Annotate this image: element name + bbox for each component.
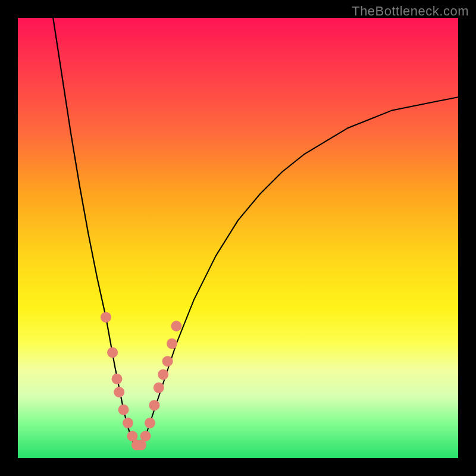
right-curve	[137, 97, 458, 449]
marker-dot	[123, 418, 133, 428]
marker-dot	[167, 339, 177, 349]
marker-dot	[171, 321, 181, 331]
marker-dot	[107, 347, 118, 358]
marker-dot	[118, 405, 129, 415]
marker-group	[101, 312, 181, 450]
watermark-text: TheBottleneck.com	[352, 4, 469, 19]
chart-stage: TheBottleneck.com	[0, 0, 476, 476]
left-curve	[53, 18, 137, 449]
curve-layer	[18, 18, 458, 458]
marker-dot	[149, 400, 159, 411]
marker-dot	[101, 312, 111, 322]
plot-area	[18, 18, 458, 458]
marker-dot	[140, 431, 151, 441]
marker-dot	[154, 383, 164, 393]
marker-dot	[158, 369, 168, 380]
marker-dot	[145, 418, 155, 428]
marker-dot	[112, 374, 123, 384]
marker-dot	[162, 356, 173, 367]
marker-dot	[114, 387, 124, 397]
